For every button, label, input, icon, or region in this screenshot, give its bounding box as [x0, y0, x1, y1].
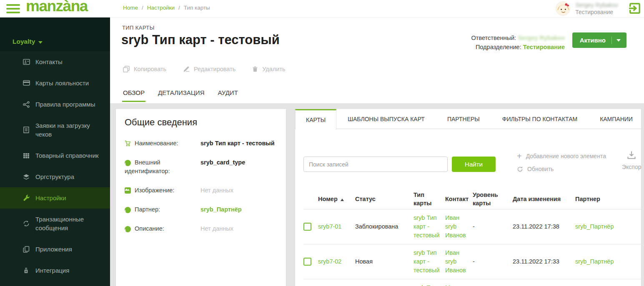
card-level: - [473, 253, 513, 270]
card-type-link[interactable]: sryb Тип карт - тестовый [413, 209, 445, 244]
column-card-level[interactable]: Уровень карты [473, 191, 513, 207]
tab-partners[interactable]: ПАРТНЕРЫ [436, 109, 491, 129]
general-info-panel: Общие сведения Наименование: sryb Тип ка… [116, 109, 286, 286]
responsible-value: Sergey Rybakov [518, 35, 565, 41]
tab-details[interactable]: ДЕТАЛИЗАЦИЯ [157, 87, 205, 102]
user-block[interactable]: Sergey Rybakov Тестирование [556, 1, 618, 16]
partner-link[interactable]: sryb_Партнёр [575, 253, 641, 270]
tab-overview[interactable]: ОБЗОР [122, 87, 145, 102]
tab-card-issue-templates[interactable]: ШАБЛОНЫ ВЫПУСКА КАРТ [336, 109, 436, 129]
integration-icon [23, 267, 30, 274]
info-icon: i [125, 226, 131, 232]
sidebar-item-label: Настройки [35, 194, 66, 202]
edit-button[interactable]: Редактировать [183, 66, 236, 72]
contact-link[interactable]: Марья sryb Петрова [445, 279, 473, 286]
sidebar-item-integration[interactable]: Интеграция [0, 260, 110, 281]
column-partner[interactable]: Партнер [575, 195, 641, 203]
row-checkbox[interactable] [303, 258, 311, 266]
card-type-link[interactable]: sryb Тип карт - тестовый [413, 244, 445, 279]
top-bar: manzàna Home / Настройки / Тип карты Ser… [0, 0, 644, 17]
table-row: sryb7-01 Заблокирована sryb Тип карт - т… [303, 209, 641, 244]
status-badge: Активно [580, 37, 606, 44]
sidebar-item-label: Интеграция [35, 266, 69, 275]
responsible-label: Ответственный: [471, 35, 516, 41]
breadcrumb-home[interactable]: Home [123, 5, 138, 11]
table-header: Номер Статус Тип карты Контакт Уровень к… [303, 189, 641, 209]
refresh-icon [517, 166, 523, 172]
cards-tabs: КАРТЫ ШАБЛОНЫ ВЫПУСКА КАРТ ПАРТНЕРЫ ФИЛЬ… [295, 109, 641, 129]
sidebar-item-settings[interactable]: Настройки [0, 187, 110, 209]
column-contact[interactable]: Контакт [445, 195, 473, 203]
record-actions: Копировать Редактировать Удалить [123, 66, 286, 72]
column-status[interactable]: Статус [355, 195, 413, 203]
cards-table: Номер Статус Тип карты Контакт Уровень к… [303, 189, 641, 286]
modified-date: 23.11.2022 17:33 [513, 253, 575, 270]
sidebar-item-product-catalog[interactable]: Товарный справочник [0, 145, 110, 166]
chevron-down-icon [38, 41, 43, 44]
division-value[interactable]: Тестирование [523, 44, 565, 50]
search-button[interactable]: Найти [452, 157, 496, 172]
pencil-icon [183, 66, 190, 72]
contact-link[interactable]: Иван sryb Иванов [445, 244, 473, 279]
contact-link[interactable]: Иван sryb Иванов [445, 209, 473, 244]
column-card-type[interactable]: Тип карты [413, 191, 437, 207]
status-dropdown[interactable]: Активно [572, 32, 626, 48]
breadcrumb-settings[interactable]: Настройки [147, 5, 175, 11]
cart-icon [125, 140, 131, 147]
sidebar-item-transactional-messages[interactable]: Транзакционные сообщения [0, 209, 110, 239]
breadcrumb-current: Тип карты [184, 5, 210, 11]
list-tools: + Добавление нового элемента Обновить [517, 153, 606, 172]
field-value: sryb_card_type [200, 158, 278, 167]
logout-icon[interactable] [629, 2, 641, 15]
field-value: sryb Тип карт - тестовый [200, 139, 278, 148]
column-modified-date[interactable]: Дата изменения [513, 195, 575, 203]
tab-cards[interactable]: КАРТЫ [295, 109, 336, 129]
sidebar-item-loyalty-cards[interactable]: Карты лояльности [0, 72, 110, 94]
add-item-button[interactable]: + Добавление нового элемента [517, 153, 606, 159]
info-icon: i [125, 207, 131, 213]
table-row: sryb7-02 Новая sryb Тип карт - тестовый … [303, 244, 641, 279]
row-checkbox[interactable] [303, 223, 311, 231]
record-meta: Ответственный: Sergey Rybakov Подразделе… [471, 33, 565, 52]
sort-asc-icon [341, 199, 344, 201]
sidebar-item-label: Заявки на загрузку чеков [35, 121, 105, 139]
plus-icon: + [517, 153, 522, 159]
column-number[interactable]: Номер [318, 195, 355, 203]
share-icon [23, 101, 30, 108]
tab-audit[interactable]: АУДИТ [217, 87, 238, 102]
partner-link[interactable]: sryb_Партнёр [575, 218, 641, 235]
partner-link[interactable]: sryb_Партнёр [200, 205, 278, 214]
sidebar-item-label: Контакты [35, 57, 63, 66]
card-status: Заблокирована [355, 218, 413, 235]
grid-icon [23, 152, 30, 159]
export-button[interactable]: Экспорт [622, 151, 641, 170]
sidebar-item-contacts[interactable]: Контакты [0, 51, 110, 72]
refresh-button[interactable]: Обновить [517, 166, 606, 172]
pages-icon [23, 246, 30, 253]
sidebar-item-org-structure[interactable]: Оргструктура [0, 166, 110, 187]
tab-contact-filters[interactable]: ФИЛЬТРЫ ПО КОНТАКТАМ [491, 109, 589, 129]
tab-campaigns[interactable]: КАМПАНИИ [589, 109, 644, 129]
copy-button[interactable]: Копировать [123, 66, 166, 72]
delete-button[interactable]: Удалить [252, 66, 285, 72]
card-number-link[interactable]: sryb7-02 [318, 253, 355, 270]
menu-icon[interactable] [6, 4, 20, 13]
field-value: Нет данных [200, 186, 278, 195]
layers-icon [23, 174, 30, 180]
sidebar-item-program-rules[interactable]: Правила программы [0, 94, 110, 115]
sidebar-section-loyalty[interactable]: Loyalty [0, 17, 110, 51]
table-row: sryb7-03 Завершена sryb Тип карт - тесто… [303, 279, 641, 286]
sidebar-item-receipt-requests[interactable]: Заявки на загрузку чеков [0, 115, 110, 145]
sync-icon [23, 220, 30, 227]
cards-panel: КАРТЫ ШАБЛОНЫ ВЫПУСКА КАРТ ПАРТНЕРЫ ФИЛЬ… [295, 109, 641, 286]
search-input[interactable] [303, 157, 448, 172]
card-number-link[interactable]: sryb7-01 [318, 218, 355, 235]
sidebar-item-applications[interactable]: Приложения [0, 239, 110, 260]
image-icon [125, 187, 131, 194]
sidebar-item-label: Правила программы [35, 100, 95, 109]
logo[interactable]: manzàna [26, 0, 88, 15]
content-area: Общие сведения Наименование: sryb Тип ка… [110, 103, 644, 286]
card-type-link[interactable]: sryb Тип карт - тестовый [413, 279, 445, 286]
avatar[interactable] [556, 1, 570, 16]
field-description: iОписание: Нет данных [125, 224, 278, 233]
